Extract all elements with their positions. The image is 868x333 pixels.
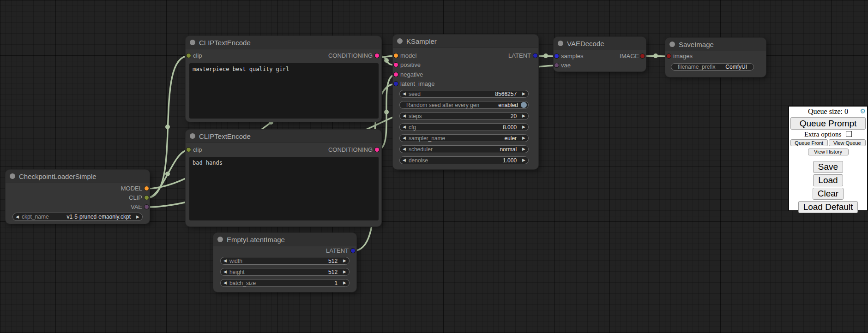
node-titlebar[interactable]: CheckpointLoaderSimple [6,170,150,183]
input-port-positive[interactable] [394,63,398,67]
increment-arrow-icon[interactable]: ▶ [340,268,349,275]
increment-arrow-icon[interactable]: ▶ [519,124,528,131]
output-port-conditioning[interactable] [375,54,379,58]
node-titlebar[interactable]: SaveImage [665,38,766,51]
widget-width[interactable]: ◀ width 512 ▶ [220,257,350,265]
widget-value: 1.000 [503,157,517,164]
node-titlebar[interactable]: CLIPTextEncode [186,36,381,49]
load-button[interactable]: Load [813,174,843,186]
input-port-images[interactable] [667,54,671,58]
output-port-latent[interactable] [351,249,355,253]
node-ksampler[interactable]: KSampler model positive negative latent_… [393,35,538,169]
widget-value: v1-5-pruned-emaonly.ckpt [67,214,131,220]
increment-arrow-icon[interactable]: ▶ [519,157,528,164]
input-label: latent_image [400,80,434,88]
node-checkpoint-loader[interactable]: CheckpointLoaderSimple MODEL CLIP VAE ◀ … [6,170,150,224]
extra-options-checkbox[interactable] [846,131,852,137]
input-port-latent-image[interactable] [394,82,398,86]
collapse-dot-icon[interactable] [10,173,15,179]
load-default-button[interactable]: Load Default [798,201,858,213]
widget-height[interactable]: ◀ height 512 ▶ [220,268,350,276]
output-port-image[interactable] [640,54,645,58]
widget-steps[interactable]: ◀ steps 20 ▶ [399,112,529,120]
output-port-model[interactable] [145,186,149,190]
output-label: LATENT [508,52,531,59]
decrement-arrow-icon[interactable]: ◀ [221,279,229,286]
widget-denoise[interactable]: ◀ denoise 1.000 ▶ [399,156,529,164]
settings-gear-icon[interactable]: ⚙ [860,107,866,116]
decrement-arrow-icon[interactable]: ◀ [221,268,229,275]
output-port-conditioning[interactable] [375,148,379,152]
increment-arrow-icon[interactable]: ▶ [519,113,528,119]
widget-seed[interactable]: ◀ seed 8566257 ▶ [399,90,529,98]
widget-label: scheduler [409,146,433,153]
collapse-dot-icon[interactable] [669,42,675,47]
widget-sampler-name[interactable]: ◀ sampler_name euler ▶ [399,134,529,142]
node-clip-text-encode-negative[interactable]: CLIPTextEncode clip CONDITIONING bad han… [186,130,381,226]
node-vae-decode[interactable]: VAEDecode samples vae IMAGE [554,37,646,71]
output-label: CONDITIONING [328,146,373,154]
decrement-arrow-icon[interactable]: ◀ [400,146,409,153]
input-port-negative[interactable] [394,72,398,77]
widget-cfg[interactable]: ◀ cfg 8.000 ▶ [399,123,529,131]
increment-arrow-icon[interactable]: ▶ [519,135,528,142]
widget-label: Random seed after every gen [406,102,479,108]
input-port-samples[interactable] [555,54,559,58]
view-queue-button[interactable]: View Queue [829,139,866,146]
prompt-textarea[interactable]: masterpiece best quality girl [189,63,379,119]
output-port-clip[interactable] [145,196,149,200]
node-save-image[interactable]: SaveImage images filename_prefix ComfyUI [665,38,766,77]
output-label: CLIP [129,194,142,202]
node-titlebar[interactable]: KSampler [393,35,538,48]
widget-random-seed-toggle[interactable]: Random seed after every gen enabled [399,101,529,109]
widget-label: denoise [409,157,428,164]
widget-filename-prefix[interactable]: filename_prefix ComfyUI [671,63,754,71]
queue-front-button[interactable]: Queue Front [790,139,828,146]
toggle-dot-icon[interactable] [521,102,527,108]
decrement-arrow-icon[interactable]: ◀ [400,113,409,119]
decrement-arrow-icon[interactable]: ◀ [221,257,229,264]
decrement-arrow-icon[interactable]: ◀ [400,124,409,131]
increment-arrow-icon[interactable]: ▶ [519,90,528,97]
output-port-vae[interactable] [145,205,149,209]
collapse-dot-icon[interactable] [397,38,403,44]
decrement-arrow-icon[interactable]: ◀ [400,157,409,164]
node-titlebar[interactable]: CLIPTextEncode [186,130,381,143]
output-port-latent[interactable] [533,54,537,58]
output-label: IMAGE [620,53,639,60]
node-titlebar[interactable]: VAEDecode [554,37,646,50]
decrement-arrow-icon[interactable]: ◀ [400,90,409,97]
decrement-arrow-icon[interactable]: ◀ [13,214,22,220]
widget-batch-size[interactable]: ◀ batch_size 1 ▶ [220,279,350,287]
view-history-button[interactable]: View History [808,149,849,155]
collapse-dot-icon[interactable] [190,133,195,139]
collapse-dot-icon[interactable] [217,237,223,242]
link-midpoint-dot [384,110,389,114]
save-button[interactable]: Save [813,161,843,173]
input-port-model[interactable] [394,54,398,58]
increment-arrow-icon[interactable]: ▶ [133,214,142,220]
node-clip-text-encode-positive[interactable]: CLIPTextEncode clip CONDITIONING masterp… [186,36,381,122]
increment-arrow-icon[interactable]: ▶ [340,279,349,286]
input-port-clip[interactable] [187,54,191,58]
input-port-clip[interactable] [187,148,191,152]
extra-options-label: Extra options [804,131,841,138]
link-midpoint-dot [165,172,170,176]
prompt-textarea[interactable]: bad hands [189,157,379,220]
queue-prompt-button[interactable]: Queue Prompt [790,117,866,130]
node-title: KSampler [406,37,437,45]
increment-arrow-icon[interactable]: ▶ [340,257,349,264]
clear-button[interactable]: Clear [813,188,844,200]
queue-menu-panel: Queue size: 0 ⚙ Queue Prompt Extra optio… [788,106,868,211]
node-empty-latent-image[interactable]: EmptyLatentImage LATENT ◀ width 512 ▶ ◀ … [213,233,356,292]
widget-scheduler[interactable]: ◀ scheduler normal ▶ [399,145,529,153]
decrement-arrow-icon[interactable]: ◀ [400,135,409,142]
collapse-dot-icon[interactable] [558,41,563,46]
collapse-dot-icon[interactable] [190,40,195,45]
node-titlebar[interactable]: EmptyLatentImage [213,233,356,246]
input-port-vae[interactable] [555,63,559,67]
widget-ckpt-name[interactable]: ◀ ckpt_name v1-5-pruned-emaonly.ckpt ▶ [12,213,143,221]
output-label: MODEL [121,185,142,192]
widget-value: 20 [511,113,517,119]
increment-arrow-icon[interactable]: ▶ [519,146,528,153]
